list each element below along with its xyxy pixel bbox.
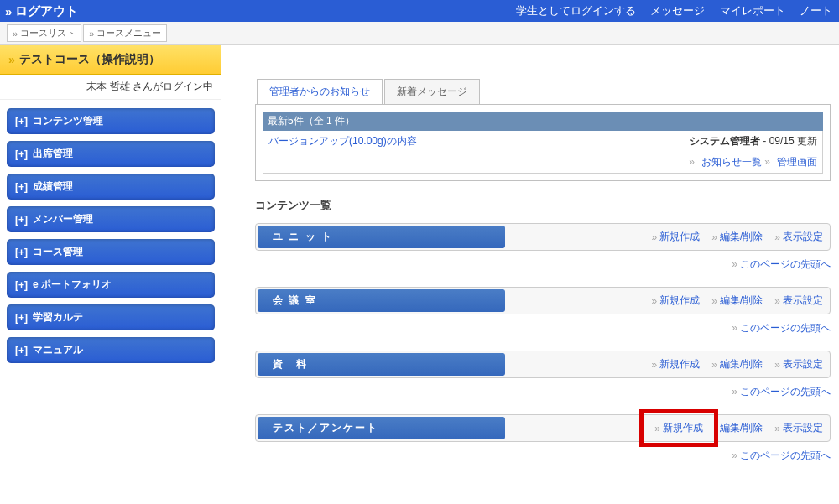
chevron-icon [689,156,695,168]
block-test: テスト／アンケート 新規作成 編集/削除 表示設定 [255,414,831,442]
unit-display-link[interactable]: 表示設定 [774,230,823,244]
logout-link[interactable]: ログアウト [5,3,78,19]
meeting-edit-link[interactable]: 編集/削除 [711,294,763,308]
chevron-icon [732,449,737,461]
test-create-link[interactable]: 新規作成 [654,421,703,435]
course-title: テストコース（操作説明） [0,45,221,75]
breadcrumb-label: コースリスト [20,27,76,39]
sidebar-item-label: コンテンツ管理 [33,114,103,128]
block-material: 資 料 新規作成 編集/削除 表示設定 [255,351,831,378]
material-edit-link[interactable]: 編集/削除 [711,357,763,372]
unit-edit-link[interactable]: 編集/削除 [711,230,763,244]
login-as-student-link[interactable]: 学生としてログインする [516,4,636,17]
link-label: 編集/削除 [720,294,763,308]
tab-bar: 管理者からのお知らせ 新着メッセージ [257,79,831,104]
sidebar-item-label: メンバー管理 [33,212,93,226]
sidebar: テストコース（操作説明） 末本 哲雄 さんがログイン中 [+] コンテンツ管理 … [0,45,221,486]
breadcrumb-course-list[interactable]: コースリスト [7,24,81,42]
chevron-icon [732,322,737,334]
page-top-anchor[interactable]: このページの先頭へ [740,386,831,397]
my-reports-link[interactable]: マイレポート [720,4,785,17]
course-title-label: テストコース（操作説明） [19,52,160,67]
sidebar-item-grades[interactable]: [+] 成績管理 [7,174,215,200]
sidebar-item-study-record[interactable]: [+] 学習カルテ [7,304,215,330]
expand-icon: [+] [15,345,28,356]
news-admin-link[interactable]: 管理画面 [777,156,817,168]
tab-admin-notice[interactable]: 管理者からのお知らせ [257,79,383,104]
chevron-icon [8,53,15,66]
chevron-icon [711,359,717,371]
block-unit: ユ ニ ッ ト 新規作成 編集/削除 表示設定 [255,223,831,251]
block-meeting: 会 議 室 新規作成 編集/削除 表示設定 [255,287,831,314]
top-links: 学生としてログインする メッセージ マイレポート ノート [504,3,832,18]
section-heading: コンテンツ一覧 [255,198,831,213]
sidebar-item-label: 学習カルテ [33,310,83,325]
sidebar-item-attendance[interactable]: [+] 出席管理 [7,141,215,167]
chevron-icon [89,29,94,39]
sidebar-item-portfolio[interactable]: [+] e ポートフォリオ [7,272,215,298]
page-top-link: このページの先頭へ [255,257,831,272]
page-top-anchor[interactable]: このページの先頭へ [740,449,831,461]
expand-icon: [+] [15,148,28,160]
sidebar-item-label: e ポートフォリオ [33,278,112,292]
link-label: 新規作成 [659,294,700,308]
block-pill-test: テスト／アンケート [258,417,505,439]
link-label: 編集/削除 [720,421,763,435]
sidebar-menu: [+] コンテンツ管理 [+] 出席管理 [+] 成績管理 [+] メンバー管理… [0,100,221,378]
sidebar-item-label: 出席管理 [33,147,73,161]
page-top-anchor[interactable]: このページの先頭へ [740,322,831,334]
news-row: バージョンアップ(10.00g)の内容 システム管理者 - 09/15 更新 [263,131,822,152]
link-label: 表示設定 [783,294,823,308]
material-display-link[interactable]: 表示設定 [774,357,823,372]
chevron-icon [732,386,737,397]
material-create-link[interactable]: 新規作成 [652,357,701,372]
news-item-source: システム管理者 [690,135,760,147]
chevron-icon [652,231,658,243]
sidebar-item-course[interactable]: [+] コース管理 [7,239,215,265]
sidebar-item-contents[interactable]: [+] コンテンツ管理 [7,108,215,134]
highlight-box: 新規作成 [643,413,715,444]
breadcrumb: コースリスト コースメニュー [0,22,839,45]
expand-icon: [+] [15,247,28,258]
logout-label: ログアウト [15,3,78,19]
test-edit-link[interactable]: 編集/削除 [720,421,763,435]
content-area: 管理者からのお知らせ 新着メッセージ 最新5件（全 1 件） バージョンアップ(… [221,45,839,486]
top-bar: ログアウト 学生としてログインする メッセージ マイレポート ノート [0,0,839,22]
expand-icon: [+] [15,312,28,324]
expand-icon: [+] [15,181,28,193]
page-top-link: このページの先頭へ [255,321,831,335]
news-item-link[interactable]: バージョンアップ(10.00g)の内容 [268,134,417,148]
link-label: 新規作成 [663,421,703,435]
page-top-anchor[interactable]: このページの先頭へ [740,258,831,270]
messages-link[interactable]: メッセージ [650,4,705,17]
chevron-icon [13,29,18,39]
sidebar-item-manual[interactable]: [+] マニュアル [7,337,215,363]
expand-icon: [+] [15,279,28,291]
chevron-icon [774,295,780,307]
sidebar-item-members[interactable]: [+] メンバー管理 [7,206,215,232]
sidebar-item-label: マニュアル [33,343,83,357]
news-links: お知らせ一覧 管理画面 [263,152,822,173]
link-label: 編集/削除 [720,357,763,372]
expand-icon: [+] [15,116,28,127]
tab-new-messages[interactable]: 新着メッセージ [384,79,480,104]
unit-create-link[interactable]: 新規作成 [652,230,701,244]
meeting-display-link[interactable]: 表示設定 [774,294,823,308]
expand-icon: [+] [15,214,28,226]
chevron-icon [5,4,12,18]
chevron-icon [652,359,658,371]
block-pill-material: 資 料 [258,353,505,376]
block-pill-unit: ユ ニ ッ ト [258,226,505,248]
breadcrumb-course-menu[interactable]: コースメニュー [83,24,167,42]
chevron-icon [732,258,737,270]
news-all-link[interactable]: お知らせ一覧 [701,156,762,168]
test-display-link[interactable]: 表示設定 [774,421,823,435]
link-label: 表示設定 [783,230,823,244]
news-head: 最新5件（全 1 件） [263,112,823,131]
breadcrumb-label: コースメニュー [96,27,161,39]
chevron-icon [774,359,780,371]
notes-link[interactable]: ノート [800,4,832,17]
meeting-create-link[interactable]: 新規作成 [652,294,701,308]
block-pill-meeting: 会 議 室 [258,289,505,312]
link-label: 表示設定 [783,357,823,372]
